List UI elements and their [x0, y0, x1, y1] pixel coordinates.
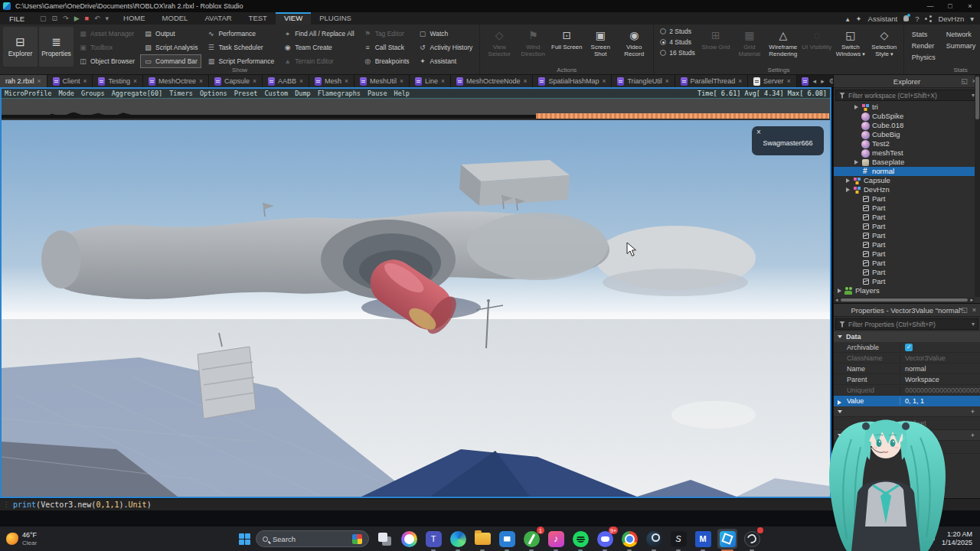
property-row[interactable]: Parent Workspace — [834, 374, 980, 385]
file-menu[interactable]: FILE — [0, 15, 34, 23]
tab-close-icon[interactable]: × — [787, 77, 791, 85]
property-row[interactable]: Archivable — [834, 342, 980, 353]
stats-toggle[interactable]: Physics — [912, 54, 936, 61]
tab-close-icon[interactable]: × — [133, 77, 137, 85]
ribbon-button[interactable]: ↺Activity History — [415, 41, 477, 54]
ribbon-tab[interactable]: HOME — [115, 12, 154, 24]
stats-toggle[interactable]: Summary — [946, 42, 976, 50]
tree-item[interactable]: Part — [834, 277, 980, 286]
drag-grip-icon[interactable]: ⋮ — [3, 501, 8, 508]
close-button[interactable]: × — [960, 0, 980, 12]
expand-arrow-icon[interactable] — [837, 289, 842, 294]
quick-access-icon[interactable]: ⊡ — [52, 15, 58, 22]
expand-arrow-icon[interactable] — [854, 197, 859, 202]
profiler-graph-strip[interactable] — [2, 99, 830, 119]
microprofile-menu-item[interactable]: Dump — [295, 90, 310, 97]
taskbar-app-icon[interactable] — [619, 529, 639, 549]
property-value[interactable]: Workspace — [900, 376, 980, 383]
microprofile-menu-item[interactable]: Custom — [264, 90, 288, 97]
microprofile-menu-item[interactable]: Pause — [368, 90, 387, 97]
ribbon-button[interactable]: ☰Task Scheduler — [203, 41, 278, 54]
document-tab[interactable]: MeshOctree × — [143, 75, 209, 87]
taskbar-app-icon[interactable] — [717, 529, 737, 549]
document-tab[interactable]: MeshOctreeNode × — [451, 75, 534, 87]
expand-arrow-icon[interactable] — [854, 151, 859, 156]
tree-item[interactable]: Part — [834, 240, 980, 249]
tree-item[interactable]: tri — [834, 103, 980, 112]
taskbar-app-icon[interactable] — [374, 529, 394, 549]
quick-access-icon[interactable]: ▶ — [74, 15, 80, 22]
stud-radio-option[interactable]: 2 Studs — [660, 28, 695, 35]
explorer-horizontal-scrollbar[interactable]: ◂ ▸ — [834, 297, 975, 303]
microprofile-menu-item[interactable]: Options — [200, 90, 227, 97]
stud-radio-option[interactable]: 16 Studs — [660, 49, 695, 57]
document-tab[interactable]: Testing × — [93, 75, 143, 87]
data-section-header[interactable]: Data — [834, 331, 980, 342]
ribbon-setting-button[interactable]: ◱Switch Windows — [834, 26, 867, 57]
tab-close-icon[interactable]: × — [400, 77, 403, 85]
ribbon-button[interactable]: ≡Call Stack — [360, 41, 413, 54]
ribbon-setting-button[interactable]: △Wireframe Rendering — [766, 26, 800, 57]
tab-close-icon[interactable]: × — [665, 77, 669, 85]
taskbar-app-icon[interactable] — [570, 529, 590, 549]
tree-item[interactable]: Part — [834, 222, 980, 231]
tree-item[interactable]: CubSpike — [834, 112, 980, 121]
expand-arrow-icon[interactable] — [854, 233, 859, 239]
scrollbar-thumb[interactable] — [975, 77, 979, 119]
tree-item[interactable]: Capsule — [834, 176, 980, 185]
tree-item[interactable]: Part — [834, 194, 980, 204]
chat-window[interactable]: × Swagmaster666 — [752, 126, 824, 155]
properties-toggle-button[interactable]: ≣ Properties — [39, 27, 74, 67]
ribbon-button[interactable]: ⚑Tag Editor — [360, 27, 413, 41]
expand-arrow-icon[interactable] — [854, 123, 859, 129]
ribbon-button[interactable]: ▣Toolbox — [75, 41, 139, 54]
expand-arrow-icon[interactable] — [854, 206, 859, 211]
document-tab[interactable]: SpatialHashMap × — [533, 75, 612, 87]
scroll-right-icon[interactable]: ▸ — [970, 297, 973, 303]
quick-access-icon[interactable]: ▢ — [40, 15, 47, 22]
microprofile-menu-item[interactable]: Preset — [234, 90, 258, 97]
property-value[interactable] — [900, 343, 980, 351]
maximize-button[interactable]: □ — [940, 0, 960, 12]
microprofile-menu-item[interactable]: Help — [394, 90, 410, 97]
user-caret-icon[interactable]: ▾ — [970, 15, 974, 23]
tab-close-icon[interactable]: × — [441, 77, 445, 85]
ribbon-action-button[interactable]: ▣Screen Shot — [583, 26, 617, 57]
tree-item[interactable]: Part — [834, 231, 980, 240]
3d-viewport[interactable]: × Swagmaster666 — [2, 120, 830, 497]
ribbon-action-button[interactable]: ⚑Wind Direction — [516, 26, 550, 57]
stats-toggle[interactable]: Network — [946, 31, 976, 38]
tab-close-icon[interactable]: × — [602, 77, 606, 85]
add-attribute-button[interactable]: + — [971, 408, 975, 416]
tree-item[interactable]: meshTest — [834, 148, 980, 158]
help-icon[interactable]: ? — [915, 15, 919, 23]
quick-access-icon[interactable]: ↶ — [94, 15, 100, 22]
document-tab[interactable]: TriangleUtil × — [612, 75, 675, 87]
scrollbar-thumb[interactable] — [841, 298, 969, 302]
stats-toggle[interactable]: Render — [912, 42, 936, 50]
tab-scroll-left-icon[interactable]: ◂ — [813, 77, 817, 85]
microprofile-menu-item[interactable]: Timers — [169, 90, 193, 97]
taskbar-app-icon[interactable] — [497, 529, 517, 549]
tab-close-icon[interactable]: × — [345, 77, 348, 85]
property-row[interactable]: ClassName Vector3Value — [834, 353, 980, 364]
tree-item[interactable]: Players — [834, 286, 980, 295]
document-tab[interactable]: MeshUtil × — [354, 75, 410, 87]
expand-arrow-icon[interactable] — [854, 215, 859, 220]
tab-close-icon[interactable]: × — [299, 77, 303, 85]
tree-item[interactable]: Part — [834, 249, 980, 259]
scroll-left-icon[interactable]: ◂ — [835, 297, 838, 303]
document-tab[interactable]: Server × — [748, 75, 796, 87]
tab-close-icon[interactable]: × — [199, 77, 203, 85]
properties-filter-input[interactable]: Filter Properties (Ctrl+Shift+P) ▾ — [835, 318, 978, 330]
expand-arrow-icon[interactable] — [854, 169, 859, 174]
ribbon-action-button[interactable]: ◇View Selector — [482, 26, 516, 57]
expand-arrow-icon[interactable] — [854, 252, 859, 257]
ribbon-tab[interactable]: PLUGINS — [311, 12, 360, 24]
tree-item[interactable]: Part — [834, 268, 980, 277]
tree-item[interactable]: Cube.018 — [834, 121, 980, 130]
tree-item[interactable]: CubeBig — [834, 130, 980, 139]
document-tab[interactable]: AABB × — [263, 75, 309, 87]
taskbar-app-icon[interactable]: 9+ — [595, 529, 615, 549]
ribbon-setting-button[interactable]: ◌UI Visibility — [800, 26, 834, 57]
